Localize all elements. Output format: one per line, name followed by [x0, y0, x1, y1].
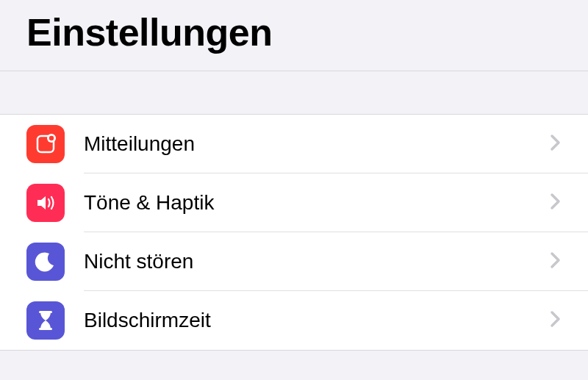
settings-row-label: Töne & Haptik [84, 191, 541, 215]
screen-time-icon [26, 301, 65, 340]
chevron-right-icon [550, 251, 562, 272]
svg-rect-3 [39, 311, 52, 313]
chevron-right-icon [550, 310, 562, 331]
chevron-right-icon [550, 193, 562, 213]
section-spacer [0, 71, 588, 114]
settings-row-do-not-disturb[interactable]: Nicht stören [0, 232, 588, 291]
settings-row-label: Mitteilungen [84, 132, 541, 156]
notifications-icon [26, 125, 65, 163]
settings-row-notifications[interactable]: Mitteilungen [0, 115, 588, 173]
svg-point-2 [49, 136, 54, 140]
chevron-right-icon [550, 134, 562, 154]
svg-rect-4 [39, 328, 52, 330]
settings-header: Einstellungen [0, 0, 588, 71]
sounds-icon [26, 184, 65, 222]
settings-row-label: Nicht stören [84, 250, 541, 273]
do-not-disturb-icon [26, 243, 65, 281]
settings-row-label: Bildschirmzeit [84, 309, 541, 332]
settings-row-screen-time[interactable]: Bildschirmzeit [0, 291, 588, 350]
settings-list: Mitteilungen Töne & Haptik Nicht stören [0, 114, 588, 351]
settings-row-sounds[interactable]: Töne & Haptik [0, 173, 588, 232]
page-title: Einstellungen [26, 10, 562, 54]
